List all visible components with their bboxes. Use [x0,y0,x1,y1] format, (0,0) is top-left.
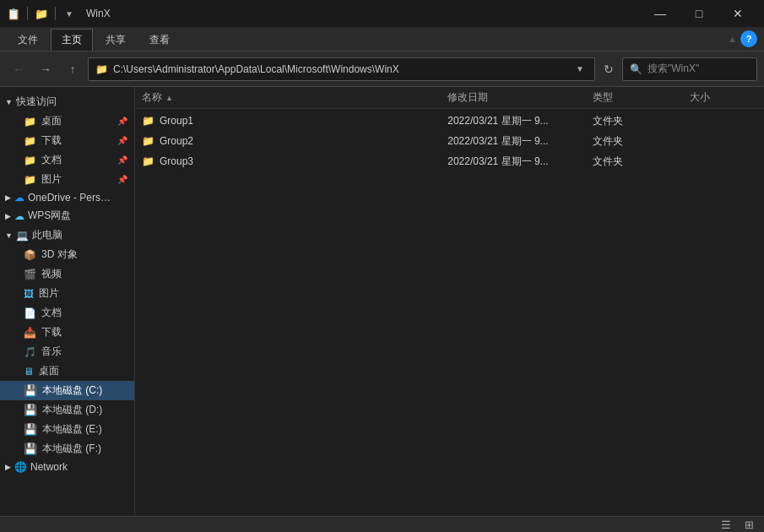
file-name-group2: 📁 Group2 [135,135,441,147]
window-controls: — □ ✕ [641,0,757,27]
file-row-group1[interactable]: 📁 Group1 2022/03/21 星期一 9... 文件夹 [135,111,764,131]
file-date-group1: 2022/03/21 星期一 9... [441,114,586,128]
sidebar-item-drive-d[interactable]: 💾 本地磁盘 (D:) [0,400,134,420]
pin-icon4: 📌 [117,175,127,184]
tab-file[interactable]: 文件 [7,29,49,51]
col-size-label: 大小 [690,90,710,105]
arrow-down-icon[interactable]: ▼ [62,7,76,20]
sidebar-item-3d[interactable]: 📦 3D 对象 [0,245,134,264]
sidebar-wps-label: WPS网盘 [28,209,71,223]
sidebar-item-pictures[interactable]: 📁 图片 📌 [0,170,134,189]
col-header-size[interactable]: 大小 [683,90,764,105]
sidebar-item-video[interactable]: 🎬 视频 [0,264,134,284]
onedrive-icon: ☁ [14,192,24,204]
col-header-type[interactable]: 类型 [586,90,683,105]
sidebar-item-desktop2[interactable]: 🖥 桌面 [0,361,134,381]
sidebar-wps[interactable]: ▶ ☁ WPS网盘 [0,206,134,225]
sidebar-drive-e-label: 本地磁盘 (E:) [42,422,102,437]
up-button[interactable]: ↑ [61,57,84,81]
desktop2-icon: 🖥 [24,366,34,377]
ribbon: 文件 主页 共享 查看 ▲ ? [0,27,764,52]
sidebar-onedrive[interactable]: ▶ ☁ OneDrive - Persona... [0,189,134,206]
wps-icon: ☁ [14,210,24,222]
pin-icon: 📌 [117,117,127,126]
back-button[interactable]: ← [7,57,30,81]
sidebar-item-music[interactable]: 🎵 音乐 [0,342,134,361]
folder-icon-group1: 📁 [142,115,154,127]
sort-up-icon: ▲ [165,94,173,102]
sidebar-docs-label: 文档 [41,153,62,167]
chevron-down-icon2: ▼ [5,231,13,240]
pc-icon: 💻 [16,230,29,242]
toolbar: ← → ↑ 📁 C:\Users\Administrator\AppData\L… [0,52,764,87]
folder-icon-group2: 📁 [142,135,154,147]
sidebar-network-label: Network [30,461,68,473]
file-list: 📁 Group1 2022/03/21 星期一 9... 文件夹 📁 Group… [135,109,764,516]
sidebar-music-label: 音乐 [41,345,62,359]
sidebar-item-desktop[interactable]: 📁 桌面 📌 [0,111,134,131]
sidebar-quick-access-label: 快速访问 [16,95,57,109]
view-grid-icon[interactable]: ⊞ [745,518,754,531]
sidebar-desktop-label: 桌面 [41,114,62,128]
file-type-group3: 文件夹 [586,155,683,169]
separator2 [55,7,56,20]
forward-button[interactable]: → [34,57,57,81]
desktop-folder-icon: 📁 [24,116,36,128]
search-icon: 🔍 [630,63,642,75]
sidebar-drive-d-label: 本地磁盘 (D:) [42,403,102,417]
address-folder-icon: 📁 [95,63,108,75]
col-header-name[interactable]: 名称 ▲ [135,90,441,105]
search-box[interactable]: 🔍 搜索"WinX" [622,57,757,81]
col-header-date[interactable]: 修改日期 [441,90,586,105]
sidebar-3d-label: 3D 对象 [41,247,78,262]
chevron-down-icon: ▼ [5,98,13,106]
refresh-button[interactable]: ↻ [599,59,619,79]
sidebar-downloads-label: 下载 [41,133,62,148]
tab-home[interactable]: 主页 [51,29,93,51]
tab-share[interactable]: 共享 [95,29,137,51]
file-row-group2[interactable]: 📁 Group2 2022/03/21 星期一 9... 文件夹 [135,131,764,151]
sidebar-this-pc-title[interactable]: ▼ 💻 此电脑 [0,225,134,245]
tab-view[interactable]: 查看 [138,29,181,51]
address-bar[interactable]: 📁 C:\Users\Administrator\AppData\Local\M… [88,57,595,81]
minimize-button[interactable]: — [641,0,680,27]
drive-e-icon: 💾 [24,423,37,436]
file-name-group3: 📁 Group3 [135,155,441,167]
sidebar-item-dl2[interactable]: 📥 下载 [0,323,134,342]
file-area: 名称 ▲ 修改日期 类型 大小 📁 Group1 2022/03/21 星期一 … [135,87,764,516]
file-name-group1: 📁 Group1 [135,115,441,127]
search-placeholder: 搜索"WinX" [648,62,699,76]
sidebar-item-downloads[interactable]: 📁 下载 📌 [0,131,134,150]
file-type-group1: 文件夹 [586,114,683,128]
sidebar-item-pics[interactable]: 🖼 图片 [0,284,134,303]
address-dropdown-icon[interactable]: ▼ [572,64,588,73]
folder-icon[interactable]: 📁 [35,7,48,20]
separator [27,7,28,20]
copy-icon[interactable]: 📋 [7,7,20,20]
sidebar-onedrive-label: OneDrive - Persona... [28,192,112,204]
sidebar-network[interactable]: ▶ 🌐 Network [0,459,134,475]
sidebar-item-drive-e[interactable]: 💾 本地磁盘 (E:) [0,420,134,439]
col-date-label: 修改日期 [447,90,488,105]
main-layout: ▼ 快速访问 📁 桌面 📌 📁 下载 📌 📁 文档 📌 📁 图片 📌 ▶ ☁ [0,87,764,516]
help-button[interactable]: ? [740,30,757,47]
sidebar-item-documents[interactable]: 📄 文档 [0,303,134,323]
download-folder-icon: 📁 [24,135,36,147]
col-type-label: 类型 [593,90,613,105]
documents-icon: 📄 [24,307,36,319]
address-text: C:\Users\Administrator\AppData\Local\Mic… [113,63,567,75]
pin-icon3: 📌 [117,155,127,165]
ribbon-collapse-icon[interactable]: ▲ [728,34,737,44]
sidebar-item-drive-c[interactable]: 💾 本地磁盘 (C:) [0,381,134,400]
view-list-icon[interactable]: ☰ [721,518,731,531]
sidebar-item-drive-f[interactable]: 💾 本地磁盘 (F:) [0,439,134,459]
file-row-group3[interactable]: 📁 Group3 2022/03/21 星期一 9... 文件夹 [135,151,764,171]
video-icon: 🎬 [24,269,36,280]
drive-f-icon: 💾 [24,442,37,455]
network-icon: 🌐 [14,461,27,473]
sidebar-item-docs[interactable]: 📁 文档 📌 [0,150,134,170]
maximize-button[interactable]: □ [680,0,718,27]
sidebar-quick-access-title[interactable]: ▼ 快速访问 [0,92,134,111]
close-button[interactable]: ✕ [718,0,757,27]
pin-icon2: 📌 [117,136,127,145]
